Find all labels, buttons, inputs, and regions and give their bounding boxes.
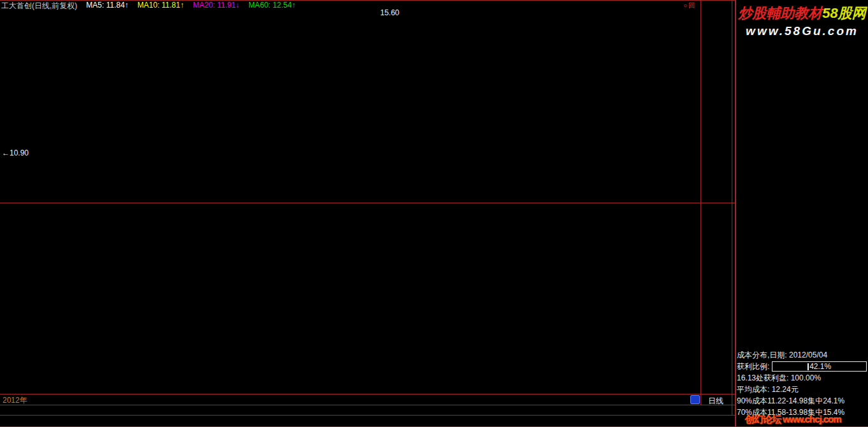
period-selector[interactable]: 日线 xyxy=(708,396,723,407)
brand-banner: 炒股輔助教材58股网 www.58Gu.com xyxy=(737,4,867,38)
header-item-1: MA5: 11.84↑ xyxy=(86,1,128,9)
main-chart-header: 工大首创(日线,前复权)MA5: 11.84↑MA10: 11.81↑MA20:… xyxy=(1,1,295,9)
low-price-annotation: ←10.90 xyxy=(2,148,29,157)
indicator-panel-chart[interactable] xyxy=(0,212,701,394)
header-item-0: 工大首创(日线,前复权) xyxy=(1,1,77,9)
profit-at-price-line: 16.13处获利盘: 100.00% xyxy=(737,372,867,384)
frame-line-axis2 xyxy=(732,0,732,416)
indicator-tabs-bar xyxy=(0,405,734,415)
brand-url: www.58Gu.com xyxy=(737,24,867,38)
brand-title-yellow: 58股网 xyxy=(822,5,865,21)
header-item-3: MA20: 11.91↓ xyxy=(193,1,239,9)
chart-corner-icons[interactable]: ○回 xyxy=(683,1,696,10)
main-candlestick-chart[interactable] xyxy=(0,0,701,203)
cost-90-line: 90%成本11.22-14.98集中24.1% xyxy=(737,395,867,407)
watermark: 创幻论坛 www.chcj.com xyxy=(745,414,841,426)
cost-distribution-panel: 成本分布,日期: 2012/05/04 获利比例: 42.1% 16.13处获利… xyxy=(737,349,867,418)
frame-line-right-panel xyxy=(735,0,736,427)
profit-ratio-input[interactable]: 42.1% xyxy=(772,361,867,372)
frame-line-bottom-split xyxy=(0,415,736,416)
text-caret xyxy=(808,363,809,370)
year-label: 2012年 xyxy=(3,395,27,406)
scroll-button[interactable] xyxy=(690,395,700,404)
profit-ratio-row: 获利比例: 42.1% xyxy=(737,361,867,372)
trading-app-window: 工大首创(日线,前复权)MA5: 11.84↑MA10: 11.81↑MA20:… xyxy=(0,0,868,427)
volume-profile-histogram xyxy=(736,32,867,201)
average-cost-line: 平均成本: 12.24元 xyxy=(737,384,867,395)
brand-title-red: 炒股輔助教材 xyxy=(738,5,822,21)
brand-title: 炒股輔助教材58股网 xyxy=(737,4,867,23)
header-item-2: MA10: 11.81↑ xyxy=(138,1,184,9)
header-item-4: MA60: 12.54↑ xyxy=(248,1,295,9)
cost-distribution-title: 成本分布,日期: 2012/05/04 xyxy=(737,349,867,361)
profit-ratio-label: 获利比例: xyxy=(737,361,769,372)
frame-line-xaxis-top xyxy=(0,394,736,394)
frame-line-panel-split xyxy=(0,203,736,203)
profit-ratio-value: 42.1% xyxy=(809,361,831,372)
peak-price-annotation: 15.60 xyxy=(380,8,399,17)
